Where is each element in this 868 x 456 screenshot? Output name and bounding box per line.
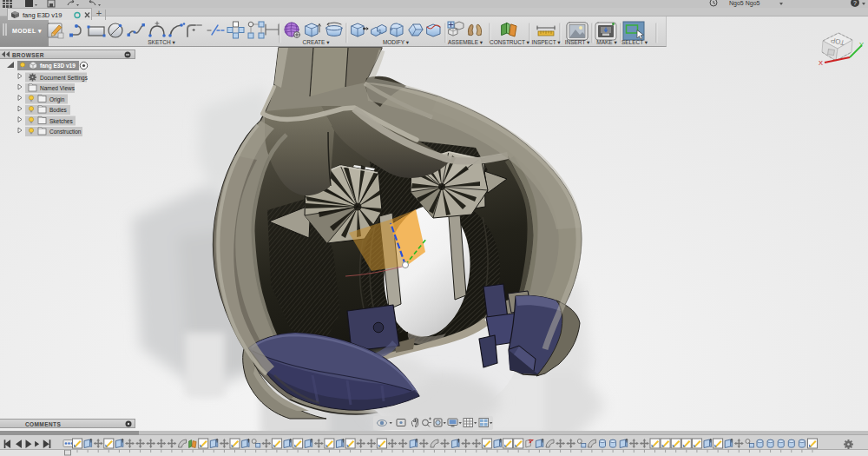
svg-text:Bodies: Bodies <box>49 107 68 113</box>
svg-text:Document Settings: Document Settings <box>40 75 89 82</box>
svg-text:?: ? <box>853 0 857 6</box>
svg-text:fang E3D v19: fang E3D v19 <box>40 63 76 69</box>
svg-text:Ngo5 Ngo5: Ngo5 Ngo5 <box>729 0 760 7</box>
svg-text:Sketches: Sketches <box>49 118 73 124</box>
svg-text:Named Views: Named Views <box>40 85 76 91</box>
svg-text:Origin: Origin <box>49 96 65 103</box>
svg-text:X: X <box>819 59 823 67</box>
svg-text:Construction: Construction <box>49 129 82 135</box>
